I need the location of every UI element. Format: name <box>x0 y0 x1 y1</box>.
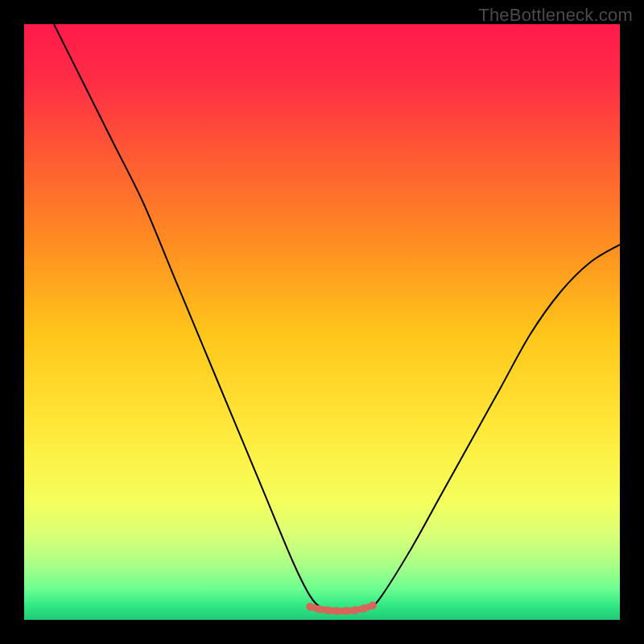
marker-dot <box>315 605 323 613</box>
marker-dot <box>351 606 359 614</box>
plot-area <box>24 24 620 620</box>
marker-dot <box>360 605 368 613</box>
marker-dot <box>369 601 377 609</box>
marker-dot <box>306 603 314 611</box>
marker-dot <box>342 607 350 615</box>
chart-svg <box>24 24 620 620</box>
watermark-text: TheBottleneck.com <box>478 5 633 26</box>
chart-frame: TheBottleneck.com <box>0 0 644 644</box>
marker-dot <box>324 606 332 614</box>
marker-dot <box>333 607 341 615</box>
gradient-background <box>24 24 620 620</box>
